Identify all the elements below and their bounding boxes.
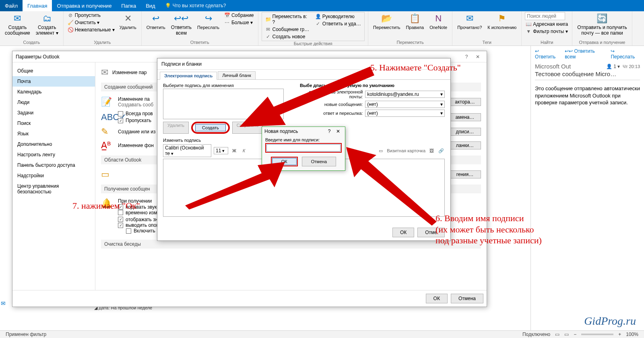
new-signature-name-input[interactable] bbox=[266, 144, 341, 151]
tab-folder[interactable]: Папка bbox=[116, 0, 141, 11]
options-cancel-button[interactable]: Отмена bbox=[451, 294, 483, 303]
rp-forward-button[interactable]: ↪ Переслать bbox=[611, 48, 640, 60]
new-signature-button[interactable]: Создать bbox=[195, 124, 226, 131]
more-button[interactable]: ⋯Больше ▾ bbox=[223, 19, 255, 26]
view-normal-button[interactable]: ▭ bbox=[555, 332, 559, 337]
reply-all-button[interactable]: ↩↩Ответитьвсем bbox=[169, 12, 193, 37]
rp-reply-button[interactable]: ↩ Ответить bbox=[535, 48, 561, 60]
save-signature-button[interactable]: Сохранить bbox=[232, 122, 263, 134]
new-messages-select[interactable]: (нет)▾ bbox=[365, 101, 445, 108]
email-account-value: kotoldiniups@yandex.ru bbox=[367, 91, 419, 97]
qs-team[interactable]: ✉Сообщение гр… bbox=[264, 26, 312, 33]
tab-view[interactable]: Вид bbox=[141, 0, 160, 11]
italic-button[interactable]: К bbox=[240, 147, 248, 154]
zoom-slider[interactable] bbox=[581, 334, 613, 335]
move-button[interactable]: 📂Переместить bbox=[372, 12, 402, 31]
options-close-button[interactable]: ✕ bbox=[472, 54, 483, 60]
qs-boss[interactable]: 👤Руководителю bbox=[314, 13, 362, 20]
meeting-label: Собрание bbox=[231, 12, 254, 18]
signatures-button[interactable]: дписи… bbox=[449, 128, 481, 136]
bold-button[interactable]: Ж bbox=[231, 147, 238, 154]
zoom-out-button[interactable]: − bbox=[574, 332, 576, 337]
junk-button[interactable]: 🚫Нежелательные ▾ bbox=[67, 27, 116, 33]
tab-home[interactable]: Главная bbox=[23, 0, 52, 11]
tab-send-receive[interactable]: Отправка и получение bbox=[52, 0, 116, 11]
signatures-cancel-button[interactable]: Отме bbox=[417, 228, 445, 237]
options-nav-trust-center[interactable]: Центр управления безопасностью bbox=[12, 181, 95, 197]
options-nav-people[interactable]: Люди bbox=[12, 97, 95, 108]
read-button[interactable]: ✉Прочитано? bbox=[456, 12, 483, 31]
options-nav-search[interactable]: Поиск bbox=[12, 118, 95, 129]
qs-create[interactable]: ✓Создать новое bbox=[264, 33, 312, 40]
move-label: Переместить bbox=[373, 25, 400, 30]
link-button[interactable]: 🔗 bbox=[438, 147, 445, 154]
always-spellcheck-checkbox[interactable]: Всегда пров bbox=[118, 111, 153, 116]
filter-button[interactable]: ▼Фильтр почты ▾ bbox=[525, 28, 569, 35]
mail-nav-icon[interactable]: ✉ bbox=[1, 300, 6, 307]
options-nav-advanced[interactable]: Дополнительно bbox=[12, 139, 95, 149]
more-icon: ⋯ bbox=[224, 20, 230, 25]
group-tags-label: Теги bbox=[456, 40, 518, 46]
signatures-ok-button[interactable]: ОК bbox=[392, 228, 414, 237]
delete-label: Удалить bbox=[120, 25, 136, 30]
reply-button[interactable]: ↩Ответить bbox=[145, 12, 167, 31]
qs-reply-del[interactable]: ✓Ответить и уда… bbox=[314, 21, 362, 27]
new-signature-dialog: Новая подпись ? ✕ Введите имя для подпис… bbox=[262, 126, 345, 171]
autocorrect-button[interactable]: амена… bbox=[449, 113, 481, 121]
options-nav-general[interactable]: Общие bbox=[12, 66, 95, 76]
send-receive-all-button[interactable]: 🔄Отправить и получитьпочту — все папки bbox=[576, 12, 629, 37]
tell-me[interactable]: 💡 Что вы хотите сделать? bbox=[165, 0, 226, 11]
options-nav-addins[interactable]: Надстройки bbox=[12, 170, 95, 181]
followup-button[interactable]: ⚑К исполнению bbox=[486, 12, 518, 31]
new-signature-ok-button[interactable]: ОК bbox=[272, 158, 297, 165]
email-account-select[interactable]: kotoldiniups@yandex.ru▾ bbox=[365, 91, 445, 98]
options-help-button[interactable]: ? bbox=[461, 54, 472, 60]
reading-pane-button[interactable]: гения… bbox=[449, 170, 481, 178]
ignore-button[interactable]: ⊘Пропустить bbox=[67, 12, 116, 19]
options-nav-language[interactable]: Язык bbox=[12, 129, 95, 139]
search-people-input[interactable] bbox=[525, 12, 565, 20]
rules-button[interactable]: 📋Правила bbox=[404, 12, 425, 31]
group-tags: ✉Прочитано? ⚑К исполнению Теги bbox=[452, 11, 522, 46]
group-new: ✉ Создатьсообщение 🗂 Создатьэлемент ▾ Со… bbox=[0, 11, 64, 46]
new-signature-help-button[interactable]: ? bbox=[325, 129, 334, 134]
zoom-in-button[interactable]: + bbox=[618, 332, 621, 337]
editor-options-button[interactable]: актора… bbox=[449, 98, 481, 106]
qs-move[interactable]: 📁Переместить в: ? bbox=[264, 13, 312, 25]
options-nav-calendar[interactable]: Календарь bbox=[12, 87, 95, 97]
options-nav-mail[interactable]: Почта bbox=[12, 76, 95, 87]
view-reading-button[interactable]: ▭ bbox=[564, 332, 569, 337]
clean-button[interactable]: 🧹Очистить ▾ bbox=[67, 19, 116, 26]
junk-icon: 🚫 bbox=[68, 27, 73, 33]
options-nav-qat[interactable]: Панель быстрого доступа bbox=[12, 160, 95, 170]
new-signature-cancel-button[interactable]: Отмена bbox=[302, 157, 336, 166]
meeting-button[interactable]: 📅Собрание bbox=[223, 12, 255, 19]
replies-forwards-select[interactable]: (нет)▾ bbox=[365, 110, 445, 117]
address-book-button[interactable]: 📖Адресная книга bbox=[525, 21, 569, 27]
group-delete: ⊘Пропустить 🧹Очистить ▾ 🚫Нежелательные ▾… bbox=[64, 11, 142, 46]
skip-original-checkbox[interactable]: ✓Пропускать bbox=[118, 118, 151, 123]
tab-file[interactable]: Файл bbox=[0, 0, 23, 11]
new-email-button[interactable]: ✉ Создатьсообщение bbox=[3, 12, 32, 37]
rp-people[interactable]: 👤 1 ▾ bbox=[606, 64, 620, 69]
forward-button[interactable]: ↪Переслать bbox=[196, 12, 221, 31]
new-items-button[interactable]: 🗂 Создатьэлемент ▾ bbox=[34, 12, 60, 37]
options-ok-button[interactable]: ОК bbox=[426, 294, 448, 303]
onenote-button[interactable]: NOneNote bbox=[428, 12, 449, 31]
tab-email-signature[interactable]: Электронная подпись bbox=[160, 72, 217, 80]
stationery-button[interactable]: ланки… bbox=[449, 141, 481, 149]
tab-personal-stationery[interactable]: Личный бланк bbox=[218, 71, 256, 79]
business-card-button[interactable]: Визитная карточка bbox=[387, 148, 425, 153]
font-size-select[interactable]: 11 ▾ bbox=[214, 147, 228, 154]
font-select[interactable]: Calibri (Основной те ▾ bbox=[163, 144, 211, 157]
delete-button[interactable]: ✕ Удалить bbox=[118, 12, 138, 31]
delete-signature-button[interactable]: Удалить bbox=[163, 122, 189, 134]
rp-reply-all-button[interactable]: ↩↩ Ответить всем bbox=[565, 48, 607, 60]
new-signature-close-button[interactable]: ✕ bbox=[334, 129, 343, 134]
options-nav-tasks[interactable]: Задачи bbox=[12, 108, 95, 118]
options-nav-customize-ribbon[interactable]: Настроить ленту bbox=[12, 149, 95, 160]
group-find: 📖Адресная книга ▼Фильтр почты ▾ Найти bbox=[522, 11, 572, 46]
image-button[interactable]: 🖼 bbox=[428, 147, 435, 154]
options-heading: Изменение пар bbox=[112, 70, 147, 75]
signature-list[interactable] bbox=[163, 89, 284, 119]
